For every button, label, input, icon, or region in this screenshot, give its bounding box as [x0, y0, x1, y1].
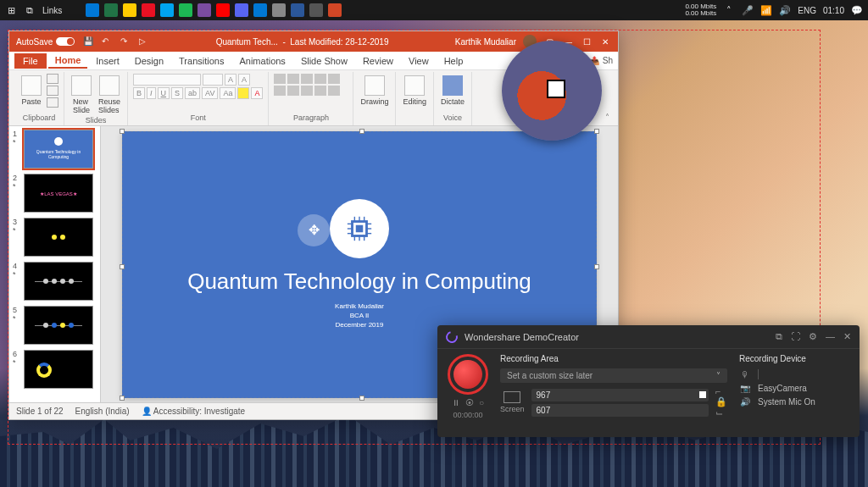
- taskbar-app-icons[interactable]: [86, 3, 342, 17]
- svg-rect-1: [356, 224, 364, 232]
- start-icon[interactable]: ⊞: [5, 4, 17, 16]
- task-view-icon[interactable]: ⧉: [24, 4, 36, 16]
- system-mic-row[interactable]: 🔊System Mic On: [739, 397, 849, 407]
- language-status[interactable]: English (India): [75, 407, 130, 416]
- tab-slideshow[interactable]: Slide Show: [294, 54, 354, 68]
- tab-review[interactable]: Review: [356, 54, 400, 68]
- lock-icon[interactable]: 🔒: [715, 396, 727, 407]
- slide-counter[interactable]: Slide 1 of 22: [16, 407, 64, 416]
- rec-area-label: Recording Area: [500, 354, 727, 363]
- thumb-4[interactable]: [24, 262, 93, 301]
- thumb-6[interactable]: [24, 350, 93, 389]
- thumb-5[interactable]: [24, 306, 93, 345]
- taskbar-lang[interactable]: ENG: [798, 6, 816, 15]
- demo-expand-icon[interactable]: ⛶: [791, 331, 800, 342]
- mic-tray-icon[interactable]: 🎤: [742, 4, 754, 16]
- demo-title-text: Wondershare DemoCreator: [465, 332, 579, 342]
- mic-icon: 🎙: [739, 370, 751, 379]
- slide-thumbnails-panel[interactable]: 1*Quantum Technology in Computing 2*★LAS…: [9, 126, 101, 402]
- undo-icon[interactable]: ↶: [102, 36, 112, 47]
- save-icon[interactable]: 💾: [83, 36, 93, 47]
- cursor-magnifier: [502, 41, 602, 141]
- record-button[interactable]: [448, 354, 488, 395]
- move-handle-icon[interactable]: ✥: [298, 214, 330, 246]
- drawing-button[interactable]: Drawing: [359, 74, 390, 108]
- camera-device-row[interactable]: 📷EasyCamera: [739, 384, 849, 393]
- windows-taskbar: ⊞ ⧉ Links 0.00 Mbits0.00 Mbits ˄ 🎤 📶 🔊 E…: [0, 0, 868, 20]
- mic-device-row[interactable]: 🎙: [739, 369, 849, 379]
- editing-button[interactable]: Editing: [401, 74, 428, 108]
- discard-icon[interactable]: ○: [479, 398, 484, 407]
- dictate-button[interactable]: Dictate: [439, 74, 466, 108]
- slide-title-text[interactable]: Quantum Technology in Computing: [187, 268, 531, 295]
- tab-design[interactable]: Design: [128, 54, 170, 68]
- magnified-handle: [547, 80, 565, 98]
- cut-icon[interactable]: [47, 74, 58, 84]
- slides-group-label: Slides: [70, 116, 122, 126]
- stop-rec-icon[interactable]: ⦿: [465, 398, 474, 407]
- speaker-icon: 🔊: [739, 397, 751, 407]
- height-input[interactable]: 607: [531, 404, 709, 417]
- tab-help[interactable]: Help: [437, 54, 470, 68]
- paragraph-group-label: Paragraph: [274, 113, 348, 124]
- thumb-1[interactable]: Quantum Technology in Computing: [24, 130, 93, 169]
- demo-settings-icon[interactable]: ⚙: [809, 331, 817, 342]
- chevron-down-icon: ˅: [716, 371, 721, 380]
- tab-file[interactable]: File: [14, 53, 47, 69]
- demo-pin-icon[interactable]: ⧉: [776, 331, 782, 342]
- paste-button[interactable]: Paste: [19, 74, 43, 108]
- tray-up-icon[interactable]: ˄: [723, 4, 735, 16]
- thumb-2[interactable]: ★LAS VEGAS★: [24, 174, 93, 213]
- bracket-top: ⌐: [715, 386, 727, 396]
- screen-select[interactable]: Screen: [500, 391, 525, 413]
- thumb-3[interactable]: [24, 218, 93, 257]
- autosave-toggle[interactable]: AutoSave: [16, 37, 75, 47]
- collapse-ribbon-icon[interactable]: ˄: [602, 109, 613, 125]
- paragraph-tools[interactable]: [274, 74, 340, 96]
- redo-icon[interactable]: ↷: [120, 36, 131, 47]
- close-button[interactable]: ✕: [599, 37, 611, 47]
- pause-icon[interactable]: ⏸: [452, 398, 460, 407]
- tab-view[interactable]: View: [402, 54, 436, 68]
- clipboard-group-label: Clipboard: [19, 113, 58, 124]
- doc-modified: Last Modified: 28-12-2019: [290, 37, 388, 47]
- format-painter-icon[interactable]: [47, 97, 58, 108]
- notification-icon[interactable]: 💬: [851, 4, 863, 16]
- tab-insert[interactable]: Insert: [89, 54, 126, 68]
- slideshow-qat-icon[interactable]: ▷: [139, 36, 149, 47]
- taskbar-time[interactable]: 01:10: [823, 6, 844, 15]
- user-name[interactable]: Karthik Mudaliar: [455, 37, 516, 47]
- demo-minimize-button[interactable]: —: [826, 331, 835, 342]
- volume-icon[interactable]: 🔊: [779, 4, 791, 16]
- rec-device-label: Recording Device: [739, 354, 849, 363]
- font-group-label: Font: [133, 113, 263, 124]
- democreator-window: Wondershare DemoCreator ⧉ ⛶ ⚙ — ✕ ⏸ ⦿ ○ …: [437, 325, 860, 437]
- custom-size-dropdown[interactable]: Set a custom size later˅: [500, 368, 727, 383]
- slide-chip-icon: [330, 199, 389, 258]
- share-button[interactable]: Sh: [603, 56, 613, 65]
- slide-subtitle[interactable]: Karthik Mudaliar BCA II December 2019: [335, 302, 384, 330]
- net-indicator: 0.00 Mbits0.00 Mbits: [685, 3, 716, 17]
- new-slide-button[interactable]: New Slide: [70, 74, 93, 116]
- reuse-slides-button[interactable]: Reuse Slides: [97, 74, 122, 116]
- width-input[interactable]: 967: [531, 389, 709, 401]
- demo-titlebar[interactable]: Wondershare DemoCreator ⧉ ⛶ ⚙ — ✕: [437, 325, 860, 349]
- rec-timer: 00:00:00: [453, 411, 482, 419]
- accessibility-status[interactable]: 👤 Accessibility: Investigate: [142, 407, 246, 416]
- tab-transitions[interactable]: Transitions: [172, 54, 231, 68]
- copy-icon[interactable]: [47, 86, 58, 96]
- wifi-icon[interactable]: 📶: [760, 4, 772, 16]
- taskbar-links-label[interactable]: Links: [42, 6, 62, 15]
- camera-icon: 📷: [739, 384, 751, 393]
- voice-group-label: Voice: [439, 113, 466, 124]
- bracket-bot: ⌙: [715, 407, 727, 418]
- demo-logo-icon: [443, 329, 459, 345]
- tab-animations[interactable]: Animations: [232, 54, 292, 68]
- demo-close-button[interactable]: ✕: [843, 331, 851, 342]
- tab-home[interactable]: Home: [48, 53, 88, 69]
- maximize-button[interactable]: ☐: [581, 37, 593, 47]
- doc-title: Quantum Tech...: [216, 37, 278, 47]
